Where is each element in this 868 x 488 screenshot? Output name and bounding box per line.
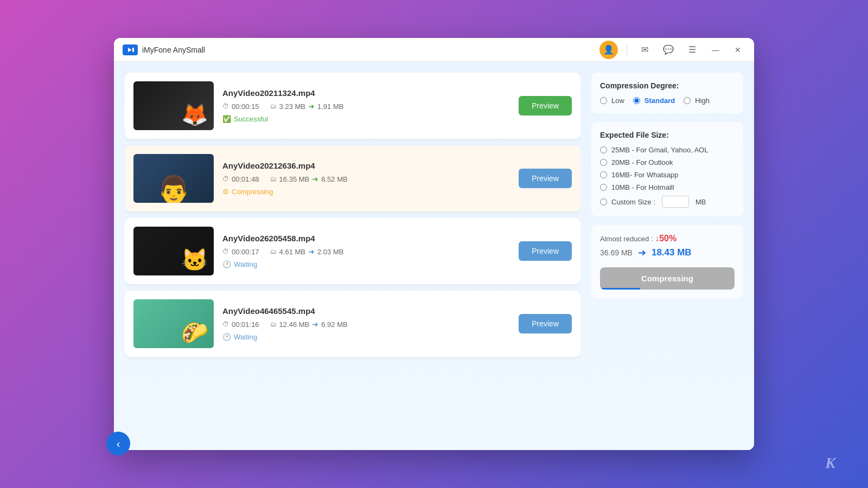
size-1: 🗂 3.23 MB ➜ 1.91 MB xyxy=(270,102,344,111)
size-custom-radio[interactable] xyxy=(600,198,607,206)
compression-standard-radio[interactable] xyxy=(633,97,640,104)
video-thumb-1 xyxy=(133,81,214,130)
compression-low-radio[interactable] xyxy=(600,97,607,104)
file-icon-1: 🗂 xyxy=(270,102,277,110)
compression-standard-label: Standard xyxy=(644,97,675,105)
video-thumb-3 xyxy=(133,227,214,275)
size-10mb-label: 10MB - For Hotmaill xyxy=(611,183,674,191)
video-meta-2: ⏱ 00:01:48 🗂 16.35 MB ➜ 8.52 MB xyxy=(222,175,510,183)
size-options: 25MB - For Gmail, Yahoo, AOL 20MB - For … xyxy=(600,146,735,208)
mail-icon: ✉ xyxy=(641,44,648,55)
video-meta-3: ⏱ 00:00:17 🗂 4.61 MB ➜ 2.03 MB xyxy=(222,247,510,256)
minimize-icon: — xyxy=(712,46,719,54)
video-info-4: AnyVideo46465545.mp4 ⏱ 00:01:16 🗂 12.46 … xyxy=(222,306,510,341)
video-name-3: AnyVideo26205458.mp4 xyxy=(222,234,510,243)
compression-options: Low Standard High xyxy=(600,97,735,105)
size-2: 🗂 16.35 MB ➜ 8.52 MB xyxy=(270,175,348,183)
preview-button-2[interactable]: Preview xyxy=(519,169,572,188)
video-info-1: AnyVideo20211324.mp4 ⏱ 00:00:15 🗂 3.23 M… xyxy=(222,88,510,123)
user-avatar-button[interactable]: 👤 xyxy=(599,41,618,59)
close-button[interactable]: ✕ xyxy=(730,43,745,56)
duration-4: ⏱ 00:01:16 xyxy=(222,320,259,329)
size-custom[interactable]: Custom Size : MB xyxy=(600,196,735,208)
reduced-percent: ↓50% xyxy=(655,234,676,243)
compression-standard[interactable]: Standard xyxy=(633,97,675,105)
video-name-1: AnyVideo20211324.mp4 xyxy=(222,88,510,98)
preview-button-3[interactable]: Preview xyxy=(519,241,572,261)
duration-3: ⏱ 00:00:17 xyxy=(222,248,259,256)
compressed-total: 18.43 MB xyxy=(652,247,692,258)
file-icon-4: 🗂 xyxy=(270,320,277,328)
menu-button[interactable]: ☰ xyxy=(684,41,701,59)
success-icon-1: ✅ xyxy=(222,115,231,123)
size-16mb-radio[interactable] xyxy=(600,171,607,178)
mail-button[interactable]: ✉ xyxy=(636,41,653,59)
video-card-4: AnyVideo46465545.mp4 ⏱ 00:01:16 🗂 12.46 … xyxy=(125,291,580,357)
minimize-button[interactable]: — xyxy=(707,43,724,56)
status-badge-3: 🕐 Waiting xyxy=(222,260,510,268)
size-20mb-radio[interactable] xyxy=(600,159,607,166)
status-badge-2: ⚙ Compressing xyxy=(222,188,510,196)
app-title: iMyFone AnySmall xyxy=(142,46,205,54)
summary-section: Almost reduced : ↓50% 36.69 MB ➜ 18.43 M… xyxy=(591,225,743,298)
status-badge-4: 🕐 Waiting xyxy=(222,333,510,341)
watermark: K xyxy=(825,454,835,472)
video-meta-1: ⏱ 00:00:15 🗂 3.23 MB ➜ 1.91 MB xyxy=(222,102,510,111)
file-icon-2: 🗂 xyxy=(270,175,277,183)
size-custom-label: Custom Size : xyxy=(611,198,655,206)
mb-label: MB xyxy=(695,198,706,206)
arrow-total: ➜ xyxy=(638,247,646,259)
size-25mb-radio[interactable] xyxy=(600,146,607,153)
duration-2: ⏱ 00:01:48 xyxy=(222,175,259,183)
video-info-2: AnyVideo20212636.mp4 ⏱ 00:01:48 🗂 16.35 … xyxy=(222,161,510,196)
custom-size-input[interactable] xyxy=(662,196,689,208)
app-window: iMyFone AnySmall 👤 ✉ 💬 ☰ — ✕ xyxy=(114,38,754,450)
user-icon: 👤 xyxy=(603,44,614,55)
compress-button[interactable]: Compressing xyxy=(600,267,735,290)
expected-size-section: Expected File Size: 25MB - For Gmail, Ya… xyxy=(591,122,743,216)
duration-1: ⏱ 00:00:15 xyxy=(222,102,259,111)
compression-high-radio[interactable] xyxy=(684,97,691,104)
size-20mb-label: 20MB - For Outlook xyxy=(611,158,673,166)
compression-low[interactable]: Low xyxy=(600,97,624,105)
expected-size-title: Expected File Size: xyxy=(600,131,735,139)
video-name-2: AnyVideo20212636.mp4 xyxy=(222,161,510,170)
size-25mb[interactable]: 25MB - For Gmail, Yahoo, AOL xyxy=(600,146,735,154)
size-20mb[interactable]: 20MB - For Outlook xyxy=(600,158,735,166)
clock-icon-1: ⏱ xyxy=(222,102,229,110)
video-thumb-4 xyxy=(133,299,214,348)
titlebar-controls: 👤 ✉ 💬 ☰ — ✕ xyxy=(599,41,745,59)
size-3: 🗂 4.61 MB ➜ 2.03 MB xyxy=(270,247,344,256)
original-total: 36.69 MB xyxy=(600,248,633,257)
preview-button-4[interactable]: Preview xyxy=(519,314,572,333)
compress-progress-bar xyxy=(600,288,640,290)
clock-icon-4: ⏱ xyxy=(222,320,229,328)
video-name-4: AnyVideo46465545.mp4 xyxy=(222,306,510,316)
compression-degree-title: Compression Degree: xyxy=(600,81,735,90)
preview-button-1[interactable]: Preview xyxy=(519,96,572,115)
titlebar-logo: iMyFone AnySmall xyxy=(123,44,599,55)
waiting-icon-3: 🕐 xyxy=(222,260,231,268)
menu-icon: ☰ xyxy=(688,44,696,55)
chat-icon: 💬 xyxy=(663,44,674,55)
status-badge-1: ✅ Successful xyxy=(222,115,510,123)
right-panel: Compression Degree: Low Standard High xyxy=(591,73,743,439)
size-compare: 36.69 MB ➜ 18.43 MB xyxy=(600,247,735,259)
arrow-icon-1: ➜ xyxy=(308,102,315,111)
video-info-3: AnyVideo26205458.mp4 ⏱ 00:00:17 🗂 4.61 M… xyxy=(222,234,510,268)
chat-button[interactable]: 💬 xyxy=(660,41,677,59)
divider xyxy=(627,44,627,55)
size-16mb[interactable]: 16MB- For Whatsapp xyxy=(600,171,735,179)
size-10mb[interactable]: 10MB - For Hotmaill xyxy=(600,183,735,191)
size-4: 🗂 12.46 MB ➜ 6.92 MB xyxy=(270,320,348,329)
size-25mb-label: 25MB - For Gmail, Yahoo, AOL xyxy=(611,146,709,154)
clock-icon-2: ⏱ xyxy=(222,175,229,183)
compression-degree-section: Compression Degree: Low Standard High xyxy=(591,73,743,113)
compression-high[interactable]: High xyxy=(684,97,710,105)
compressing-icon-2: ⚙ xyxy=(222,188,229,196)
arrow-icon-2: ➜ xyxy=(312,175,318,183)
back-icon: ‹ xyxy=(117,438,120,450)
video-list: AnyVideo20211324.mp4 ⏱ 00:00:15 🗂 3.23 M… xyxy=(125,73,580,439)
size-10mb-radio[interactable] xyxy=(600,184,607,191)
main-content: AnyVideo20211324.mp4 ⏱ 00:00:15 🗂 3.23 M… xyxy=(114,62,754,450)
